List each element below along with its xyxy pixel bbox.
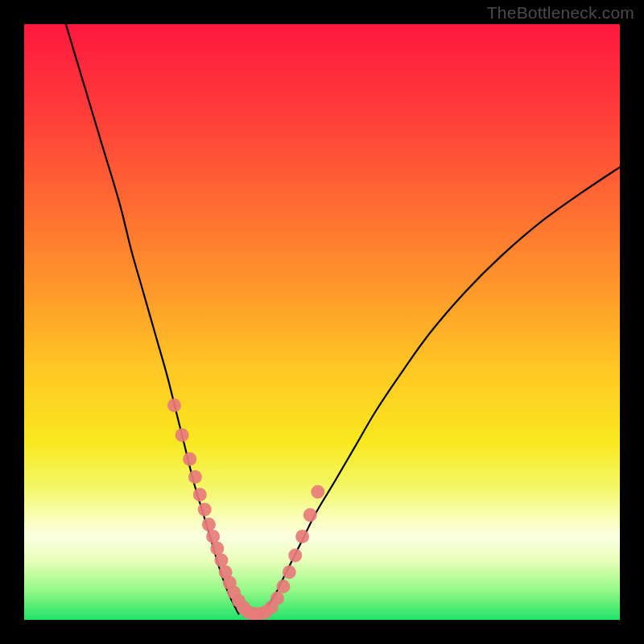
marker-point	[270, 592, 284, 605]
marker-point	[311, 485, 324, 498]
marker-point	[303, 508, 317, 522]
marker-point	[175, 428, 189, 442]
marker-point	[276, 580, 290, 593]
marker-point	[198, 503, 212, 517]
marker-point	[193, 488, 207, 502]
marker-point	[210, 542, 224, 555]
plot-area	[24, 24, 620, 620]
marker-group	[167, 398, 324, 620]
marker-point	[283, 565, 296, 579]
marker-point	[214, 554, 228, 568]
marker-point	[167, 398, 181, 412]
marker-point	[295, 530, 309, 543]
marker-point	[288, 549, 302, 563]
right-curve	[262, 167, 620, 614]
marker-point	[183, 452, 196, 466]
curve-layer	[24, 24, 620, 620]
marker-point	[188, 470, 202, 484]
marker-point	[206, 530, 220, 543]
marker-point	[202, 518, 216, 531]
watermark-text: TheBottleneck.com	[487, 3, 634, 23]
chart-frame: TheBottleneck.com	[0, 0, 644, 644]
